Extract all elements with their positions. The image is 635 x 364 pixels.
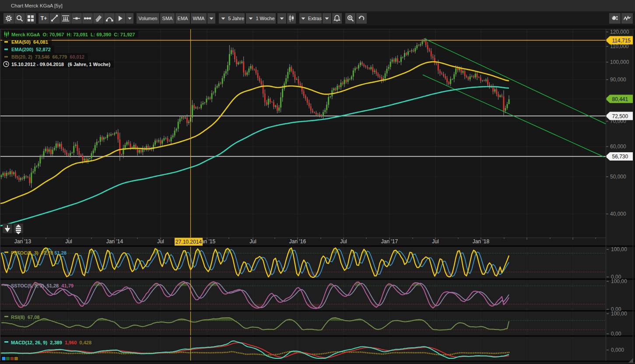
- svg-text:100,00: 100,00: [611, 311, 627, 317]
- svg-text:15.10.2012 - 09.04.2018 (6 J: 15.10.2012 - 09.04.2018 (6 Jahre, 1 Woch…: [11, 62, 110, 67]
- svg-text:RSI(8) 67,08: RSI(8) 67,08: [11, 315, 39, 320]
- svg-text:Jul: Jul: [157, 238, 164, 245]
- svg-text:Jan '14: Jan '14: [106, 238, 123, 245]
- svg-text:50,000: 50,000: [610, 174, 626, 180]
- svg-text:80,441: 80,441: [612, 96, 628, 102]
- svg-text:100,00: 100,00: [611, 278, 627, 284]
- svg-text:0,00: 0,00: [611, 331, 621, 337]
- svg-text:120,000: 120,000: [610, 29, 629, 35]
- svg-text:100,000: 100,000: [610, 59, 629, 65]
- svg-text:27.10.2014: 27.10.2014: [175, 239, 202, 245]
- svg-text:EMA(200) 52,872: EMA(200) 52,872: [11, 47, 51, 52]
- svg-text:100,00: 100,00: [611, 246, 627, 252]
- svg-text:40,000: 40,000: [610, 211, 626, 217]
- svg-text:60,000: 60,000: [610, 144, 626, 150]
- svg-text:Jul: Jul: [65, 238, 72, 245]
- svg-text:Jan '18: Jan '18: [473, 238, 490, 245]
- svg-text:EMA(50) 64,081: EMA(50) 64,081: [11, 39, 48, 45]
- svg-text:Jul: Jul: [340, 238, 347, 245]
- svg-text:56,730: 56,730: [612, 154, 628, 160]
- svg-text:Jan '17: Jan '17: [381, 238, 398, 245]
- svg-text:90,000: 90,000: [610, 77, 626, 83]
- svg-text:SSTOC(5, 3, 3) 51,28 41,79: SSTOC(5, 3, 3) 51,28 41,79: [11, 283, 74, 288]
- svg-text:MACD(12, 26, 9) 2,389 1,960: MACD(12, 26, 9) 2,389 1,960 0,428: [11, 340, 91, 345]
- svg-text:BB(20, 2) 73,546 66,779 60,: BB(20, 2) 73,546 66,779 60,012: [11, 54, 84, 60]
- svg-text:Merck KGaA O: 70,967 H: 73,0: Merck KGaA O: 70,967 H: 73,091 L: 69,390…: [11, 32, 135, 37]
- svg-text:Jan '16: Jan '16: [289, 238, 306, 245]
- svg-text:Jul: Jul: [249, 238, 256, 245]
- svg-text:FSTOC(5, 3) 72,78 51,28: FSTOC(5, 3) 72,78 51,28: [11, 250, 67, 256]
- svg-text:72,500: 72,500: [612, 113, 628, 119]
- svg-text:0,000: 0,000: [611, 347, 624, 353]
- svg-text:Jul: Jul: [432, 238, 439, 245]
- svg-text:114,715: 114,715: [612, 38, 631, 44]
- svg-text:Jan '13: Jan '13: [14, 238, 32, 245]
